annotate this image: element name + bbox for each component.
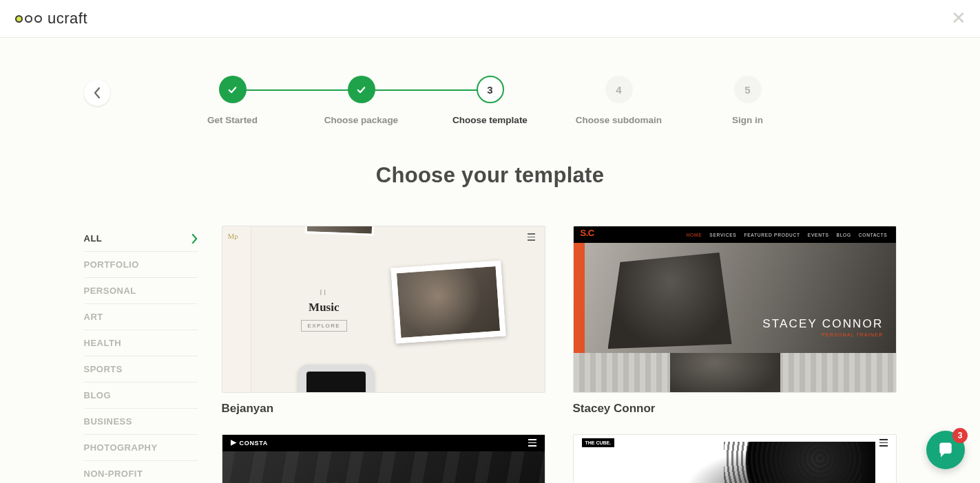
thumb-nav-item: FEATURED PRODUCT [744,233,800,237]
category-label: BLOG [84,390,112,400]
category-item-business[interactable]: BUSINESS [84,409,198,435]
category-label: ART [84,312,103,322]
close-icon: ✕ [951,8,966,28]
chevron-left-icon [94,87,101,98]
category-label: SPORTS [84,364,123,374]
category-label: PORTFOLIO [84,259,139,270]
step-connector [246,89,349,91]
check-icon [227,85,238,95]
template-grid: Mp II Music EXPLORE Bejanyan HOME [222,226,897,483]
thumb-nav-item: SERVICES [709,233,736,237]
thumb-nav-item: BLOG [837,233,851,237]
step-label: Sign in [732,115,763,125]
thumb-hero-name: STACEY CONNOR [762,317,883,331]
chat-icon [936,440,955,460]
category-list: ALL PORTFOLIO PERSONAL ART HEALTH SPORTS… [84,226,198,483]
category-item-portfolio[interactable]: PORTFOLIO [84,252,198,278]
template-thumbnail: THE CUBE. [573,434,897,484]
header: ucraft ✕ [0,0,980,38]
hamburger-icon [528,439,536,447]
template-card-stacey-connor[interactable]: HOME SERVICES FEATURED PRODUCT EVENTS BL… [573,226,897,419]
category-item-non-profit[interactable]: NON-PROFIT [84,461,198,483]
step-circle: 3 [477,76,504,103]
step-circle [219,76,247,103]
thumb-nav-item: HOME [687,233,702,237]
hamburger-icon [879,439,888,447]
thumb-nav-item: EVENTS [808,233,829,237]
template-thumbnail: CONSTA West 34th St [222,434,545,484]
step-label: Choose template [452,115,528,125]
thumb-nav-item: CONTACTS [859,233,888,237]
category-label: NON-PROFIT [84,469,143,479]
main: Get Started Choose package 3 Choose temp… [0,38,980,483]
signature-icon: Mp [228,232,238,240]
content: ALL PORTFOLIO PERSONAL ART HEALTH SPORTS… [84,226,897,483]
step-connector [632,89,736,91]
step-number: 3 [487,84,492,96]
step-choose-subdomain[interactable]: 4 Choose subdomain [554,76,683,125]
step-get-started[interactable]: Get Started [168,76,297,125]
template-thumbnail: Mp II Music EXPLORE [222,226,545,393]
template-title: Bejanyan [222,402,545,416]
step-number: 5 [744,84,750,96]
template-title: Stacey Connor [573,402,897,416]
thumb-nav: HOME SERVICES FEATURED PRODUCT EVENTS BL… [574,226,896,243]
chevron-right-icon [191,234,198,244]
step-connector [503,89,607,91]
close-button[interactable]: ✕ [951,9,966,27]
pause-icon: II [301,289,348,297]
step-circle [348,76,375,103]
category-label: HEALTH [84,338,122,348]
person-icon [608,253,732,349]
brand-name: ucraft [48,10,87,28]
thumb-hero-subtitle: PERSONAL TRAINER [822,332,884,337]
chat-button[interactable]: 3 [926,431,965,469]
step-label: Choose package [324,115,398,125]
category-label: PHOTOGRAPHY [84,442,158,453]
hamburger-icon [528,233,535,241]
category-item-blog[interactable]: BLOG [84,383,198,409]
step-number: 4 [616,84,621,96]
photo-icon [390,261,505,344]
category-label: PERSONAL [84,286,136,296]
step-choose-package[interactable]: Choose package [297,76,426,125]
category-item-photography[interactable]: PHOTOGRAPHY [84,435,198,461]
thumb-brand: CONSTA [231,440,269,447]
stepper: Get Started Choose package 3 Choose temp… [84,76,897,125]
template-card-bejanyan[interactable]: Mp II Music EXPLORE Bejanyan [222,226,545,419]
category-item-health[interactable]: HEALTH [84,330,198,356]
step-circle: 5 [734,76,762,103]
chat-badge: 3 [952,428,968,443]
category-item-sports[interactable]: SPORTS [84,356,198,383]
category-item-art[interactable]: ART [84,304,198,330]
step-connector [375,89,478,91]
page-title: Choose your template [0,163,980,188]
category-label: BUSINESS [84,416,132,427]
logo-circles-icon [15,15,42,23]
back-button[interactable] [84,80,110,106]
category-item-personal[interactable]: PERSONAL [84,278,198,304]
step-choose-template[interactable]: 3 Choose template [426,76,554,125]
category-label: ALL [84,233,103,244]
step-label: Choose subdomain [576,115,662,125]
phone-icon [298,365,374,393]
step-sign-in[interactable]: 5 Sign in [683,76,812,125]
person-icon [670,353,780,392]
thumb-heading: Music [301,301,348,314]
person-icon [676,442,875,484]
logo[interactable]: ucraft [15,10,87,28]
thumb-brand: THE CUBE. [582,438,615,447]
thumb-brand: S.C [581,228,594,238]
category-item-all[interactable]: ALL [84,226,198,252]
template-thumbnail: HOME SERVICES FEATURED PRODUCT EVENTS BL… [573,226,897,393]
thumb-button-label: EXPLORE [301,320,348,332]
step-label: Get Started [207,115,258,125]
check-icon [356,85,366,95]
step-circle: 4 [605,76,633,103]
template-card-consta[interactable]: CONSTA West 34th St [222,434,545,484]
template-card-cube[interactable]: THE CUBE. [573,434,897,484]
steps: Get Started Choose package 3 Choose temp… [168,76,812,125]
